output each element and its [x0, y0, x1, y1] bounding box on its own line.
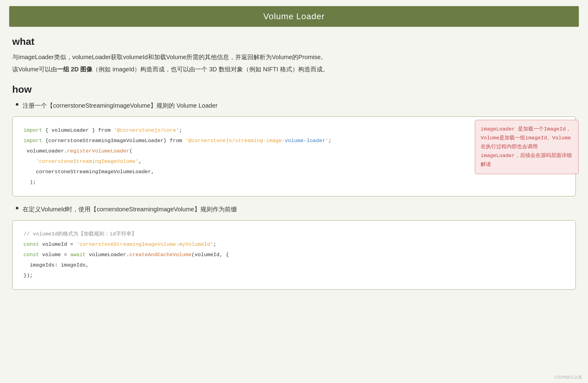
annotation-text: imageLoader 是加载一个ImageId，Volume是加载一组imag…	[481, 126, 572, 167]
annotation-box: imageLoader 是加载一个ImageId，Volume是加载一组imag…	[475, 120, 579, 174]
bold-text: 一组 2D 图像	[57, 66, 93, 73]
code-line-6: );	[23, 177, 565, 188]
bullet-item-1: ● 注册一个【cornerstoneStreamingImageVolume】规…	[15, 100, 579, 111]
bullet-text-2: 在定义VolumeId时，使用【cornerstoneStreamingImag…	[23, 204, 237, 215]
what-section: what 与imageLoader类似，volumeLoader获取volume…	[9, 36, 579, 75]
code2-line3: imageIds: imageIds,	[23, 260, 565, 270]
code2-line2: const volume = await volumeLoader.create…	[23, 250, 565, 260]
code2-line1: const volumeId = 'cornerstoneStreamingIm…	[23, 239, 565, 250]
bullet-item-2: ● 在定义VolumeId时，使用【cornerstoneStreamingIm…	[15, 204, 579, 215]
what-title: what	[12, 36, 579, 47]
page-wrapper: Volume Loader what 与imageLoader类似，volume…	[0, 0, 588, 383]
page-header: Volume Loader	[9, 6, 579, 27]
footer-watermark: CSDN@云之派	[555, 374, 582, 380]
what-desc2: 该Volume可以由一组 2D 图像（例如 imageId）构造而成，也可以由一…	[12, 64, 579, 75]
code-block-1: imageLoader 是加载一个ImageId，Volume是加载一组imag…	[12, 116, 576, 196]
what-desc1: 与imageLoader类似，volumeLoader获取volumeId和加载…	[12, 52, 579, 63]
header-title: Volume Loader	[263, 12, 324, 21]
bullet-dot-1: ●	[15, 101, 19, 108]
how-section: how ● 注册一个【cornerstoneStreamingImageVolu…	[9, 84, 579, 290]
bullet-dot-2: ●	[15, 204, 19, 211]
code2-line4: });	[23, 270, 565, 281]
watermark-text: CSDN@云之派	[555, 375, 582, 379]
bullet-text-1: 注册一个【cornerstoneStreamingImageVolume】规则的…	[23, 100, 217, 111]
code2-comment: // volumeId的格式为【加载规则：id字符串】	[23, 229, 565, 239]
how-title: how	[12, 84, 579, 95]
code-block-2: // volumeId的格式为【加载规则：id字符串】 const volume…	[12, 220, 576, 290]
